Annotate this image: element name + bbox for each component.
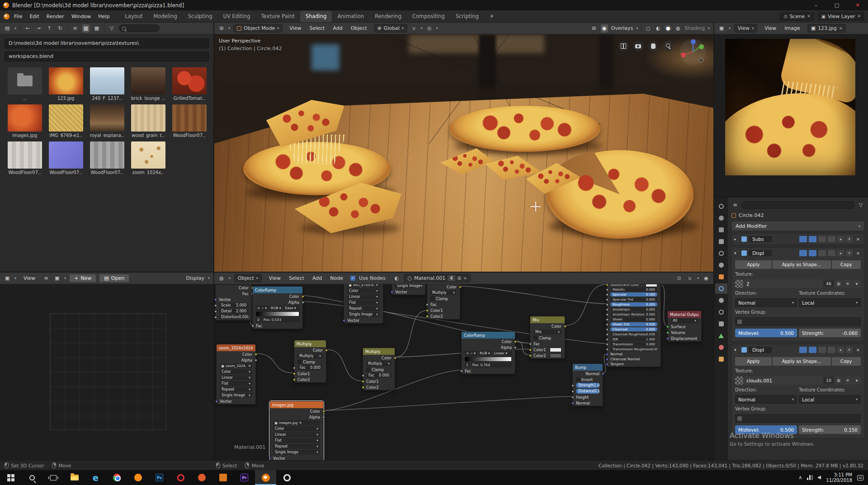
properties-tab-view-layer[interactable] — [715, 236, 727, 247]
shader-menu-node[interactable]: Node — [326, 274, 347, 283]
shader-node-color-ramp-1[interactable]: ColorRampColorAlpha+ − ▾RGB ▾Ease ▾0Pos:… — [252, 286, 303, 329]
direction-dropdown[interactable]: Normal▾ — [735, 298, 797, 307]
texture-coordinates-dropdown[interactable]: Local▾ — [799, 395, 861, 404]
expand-icon[interactable]: ▾ — [734, 348, 740, 352]
socket[interactable] — [571, 390, 574, 393]
delete-modifier-button[interactable]: ✕ — [854, 348, 862, 353]
socket[interactable] — [293, 372, 296, 375]
shader-type-dropdown[interactable]: Object ▾ — [234, 274, 262, 283]
modifier-display-toggle[interactable] — [818, 347, 826, 353]
image-menu-image[interactable]: Image — [781, 24, 803, 33]
modifier-display-toggle[interactable] — [809, 250, 816, 256]
view-thumbnails-icon[interactable]: ▥ — [82, 24, 90, 33]
shader-node-color-ramp-2[interactable]: ColorRampColorAlpha+ − ▾RGB ▾Linear ▾1Po… — [461, 331, 515, 374]
dropdown[interactable]: Linear▾ — [220, 375, 252, 380]
file-item--[interactable]: .. — [5, 67, 45, 101]
workspace-tab-animation[interactable]: Animation — [332, 11, 369, 22]
mode-dropdown[interactable]: Object Mode ▾ — [233, 24, 283, 33]
value-slider[interactable]: Transmission0.000 — [610, 342, 657, 346]
shader-node-material-output[interactable]: Material OutputAll▾SurfaceVolumeDisplace… — [667, 311, 702, 342]
apply-button[interactable]: Apply — [735, 357, 772, 366]
properties-tab-particles[interactable] — [715, 295, 727, 306]
workspace-add-button[interactable]: + — [484, 11, 500, 22]
dropdown[interactable]: Color▾ — [220, 369, 252, 374]
shader-node-mix[interactable]: MixColorMix▾ClampFacColor1Color2 — [530, 316, 565, 359]
shading-material-icon[interactable]: ● — [665, 25, 671, 32]
file-item-img-6769-e1-[interactable]: IMG_6769-e1.. — [46, 104, 86, 138]
ramp-control[interactable]: RGB ▾ — [269, 306, 282, 311]
properties-tab-modifiers[interactable] — [715, 283, 727, 294]
dropdown[interactable]: Single Image▾ — [395, 284, 422, 288]
socket[interactable] — [255, 353, 257, 356]
dropdown[interactable]: Single Image▾ — [273, 450, 320, 455]
material-datablock[interactable]: ○ Material.001 4 ⊞ ✕ — [404, 274, 470, 283]
unlink-icon[interactable]: ✕ — [299, 421, 302, 425]
socket[interactable] — [606, 358, 609, 361]
image-texture-zoom-header[interactable]: zoom_1024x1024.jpg — [217, 344, 255, 351]
dropdown[interactable]: Repeat▾ — [273, 444, 320, 449]
socket[interactable] — [426, 309, 429, 312]
browse-texture-button[interactable]: ▾ — [853, 377, 861, 385]
close-button[interactable]: ✕ — [847, 0, 868, 10]
dropdown[interactable]: Multiply▾ — [430, 290, 457, 295]
file-name-field[interactable]: workspaces.blend — [5, 52, 209, 61]
unlink-texture-button[interactable]: ✕ — [844, 377, 852, 385]
material-users-count[interactable]: 4 — [448, 275, 455, 281]
taskbar-opera[interactable] — [170, 470, 191, 485]
socket[interactable] — [602, 372, 604, 375]
socket[interactable] — [571, 402, 574, 405]
modifier-display-toggle[interactable] — [799, 250, 807, 256]
socket[interactable] — [606, 343, 609, 346]
overlays-label[interactable]: Overlays — [611, 25, 633, 31]
texture-preview-icon[interactable] — [735, 280, 743, 288]
socket[interactable] — [606, 293, 609, 296]
value-slider[interactable]: Roughness0.205 — [610, 302, 657, 306]
socket[interactable] — [302, 301, 304, 304]
color-swatch[interactable] — [646, 284, 657, 287]
shader-node-image-texture-images[interactable]: images.jpgColorAlpha▣images.jpg✕Color▾Li… — [269, 401, 324, 460]
dropdown[interactable]: Single Image▾ — [347, 312, 380, 317]
color-ramp-gradient[interactable] — [256, 311, 299, 316]
socket[interactable] — [606, 333, 609, 336]
checkbox[interactable] — [297, 360, 302, 364]
socket[interactable] — [514, 340, 517, 343]
viewport-menu-object[interactable]: Object — [347, 24, 371, 33]
value-slider[interactable]: Scale5.000 — [219, 303, 249, 308]
file-item-240-f-1237-[interactable]: 240_F_1237.. — [87, 67, 127, 101]
texture-selector[interactable]: clouds.001 — [744, 376, 823, 385]
browse-texture-button[interactable]: ▾ — [853, 280, 861, 288]
uv-menu-view[interactable]: View — [20, 274, 39, 283]
dropdown[interactable]: Flat▾ — [347, 300, 380, 305]
socket[interactable] — [564, 325, 566, 328]
viewport-menu-add[interactable]: Add — [329, 24, 346, 33]
socket[interactable] — [269, 457, 271, 460]
axis-z-dot[interactable] — [691, 39, 696, 44]
dropdown[interactable]: Color▾ — [273, 426, 320, 431]
image-icon[interactable]: ▣ — [53, 274, 61, 283]
value-slider[interactable]: Strength1.000 — [576, 383, 599, 388]
file-item-royal-esplana-[interactable]: royal_esplana.. — [87, 104, 127, 138]
socket[interactable] — [606, 338, 609, 341]
material-output-header[interactable]: Material Output — [668, 311, 701, 318]
move-up-button[interactable]: ▴ — [837, 250, 844, 256]
socket[interactable] — [606, 288, 609, 291]
image-datablock[interactable]: ▣ 123.jpg ✕ — [807, 24, 846, 33]
file-item-wood-grain-t-[interactable]: wood_grain_t.. — [128, 104, 168, 138]
file-search-input[interactable] — [119, 24, 160, 32]
color-swatch[interactable] — [550, 348, 561, 352]
socket[interactable] — [460, 370, 463, 372]
value-slider[interactable]: Anisotropic0.000 — [610, 307, 657, 311]
apply-as-shape-button[interactable]: Apply as Shape... — [773, 260, 831, 269]
strength-slider[interactable]: Strength:-0.060 — [799, 329, 861, 337]
checkbox[interactable] — [533, 336, 538, 340]
socket[interactable] — [293, 367, 296, 369]
file-item-brick-lounge-[interactable]: brick_lounge_.. — [128, 67, 168, 101]
value-slider[interactable]: Sheen Tint0.500 — [610, 322, 657, 326]
unlink-icon[interactable]: ✕ — [463, 276, 467, 281]
editor-type-icon[interactable]: ◍ — [218, 274, 225, 283]
value-slider[interactable]: Fac0.000 — [366, 373, 392, 378]
file-item-woodfloor07-[interactable]: WoodFloor07.. — [5, 141, 45, 175]
socket[interactable] — [215, 400, 218, 403]
socket[interactable] — [571, 396, 574, 399]
socket[interactable] — [529, 354, 532, 357]
